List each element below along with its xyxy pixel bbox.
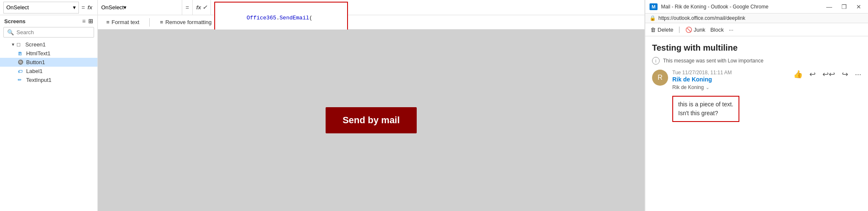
htmltext1-label: HtmlText1 [26, 50, 51, 57]
reply-all-button[interactable]: ↩↩ [822, 70, 835, 79]
junk-icon: 🚫 [685, 27, 692, 33]
screen-icon: □ [17, 41, 25, 48]
onselect-dropdown[interactable]: OnSelect ▾ [98, 0, 182, 15]
chevron-down-icon: ▾ [124, 4, 127, 11]
button1-label: Button1 [26, 59, 45, 65]
recipient-dropdown-icon[interactable]: ⌄ [706, 85, 709, 90]
search-box[interactable]: 🔍 [3, 27, 94, 38]
chevron-down-icon: ▾ [73, 4, 76, 11]
info-icon: i [652, 57, 660, 65]
outlook-toolbar: 🗑 Delete | 🚫 Junk Block ··· [645, 23, 868, 36]
outlook-window: M Mail - Rik de Koning - Outlook - Googl… [644, 0, 868, 211]
window-controls: — ❐ ✕ [824, 3, 864, 11]
send-by-mail-button[interactable]: Send by mail [326, 107, 417, 133]
textinput1-label: TextInput1 [26, 77, 51, 83]
toolbar-sep1: | [679, 26, 680, 33]
delete-label: Delete [658, 27, 674, 33]
screens-header: Screens ≡ ⊞ [0, 15, 97, 27]
screens-icons: ≡ ⊞ [82, 18, 93, 24]
email-body-box: this is a piece of text. Isn't this grea… [672, 96, 739, 122]
screen1-label: Screen1 [25, 41, 46, 48]
toolbar-row: ≡ Format text ≡ Remove formatting [98, 15, 644, 30]
like-button[interactable]: 👍 [793, 70, 803, 79]
search-input[interactable] [16, 29, 90, 35]
expand-icon: ▼ [11, 42, 15, 47]
fx-label: fx ✓ [196, 4, 207, 11]
top-bar: OnSelect ▾ = fx [0, 0, 97, 15]
remove-formatting-label: Remove formatting [165, 19, 212, 25]
tree-item-textinput1[interactable]: ✏ TextInput1 [0, 76, 97, 84]
junk-label: Junk [694, 27, 705, 33]
more-button[interactable]: ··· [729, 27, 733, 33]
email-subject: Testing with multiline [652, 43, 861, 53]
email-body-line2: Isn't this great? [678, 110, 718, 116]
remove-formatting-button[interactable]: ≡ Remove formatting [156, 17, 215, 27]
property-dropdown-label: OnSelect [6, 4, 29, 11]
equals-sign: = [81, 4, 85, 11]
search-icon: 🔍 [7, 29, 14, 35]
button-icon: 🔘 [18, 60, 26, 65]
sender-name-row: Rik de Koning [672, 76, 789, 83]
main-top-bar: OnSelect ▾ = fx ✓ Office365.SendEmail( U… [98, 0, 644, 15]
address-bar: 🔒 https://outlook.office.com/mail/deepli… [645, 14, 868, 23]
list-view-icon[interactable]: ≡ [82, 18, 86, 24]
label-icon: 🏷 [18, 69, 26, 74]
tree-item-button1[interactable]: 🔘 Button1 [0, 58, 97, 67]
block-label: Block [710, 27, 724, 33]
close-button[interactable]: ✕ [854, 3, 864, 11]
outlook-icon: M [650, 3, 658, 10]
reply-button[interactable]: ↩ [809, 70, 816, 79]
email-actions: 👍 ↩ ↩↩ ↪ ··· [793, 70, 861, 79]
url-text: https://outlook.office.com/mail/deeplink [658, 15, 745, 21]
left-panel: OnSelect ▾ = fx Screens ≡ ⊞ 🔍 ▼ □ Screen… [0, 0, 98, 211]
onselect-label: OnSelect [101, 4, 124, 11]
label1-label: Label1 [26, 68, 43, 74]
more-icon: ··· [729, 27, 733, 33]
grid-view-icon[interactable]: ⊞ [88, 18, 93, 24]
remove-formatting-icon: ≡ [160, 19, 163, 25]
screen-tree: ▼ □ Screen1 🖹 HtmlText1 🔘 Button1 🏷 Labe… [0, 40, 97, 84]
importance-text: This message was sent with Low importanc… [663, 58, 763, 64]
fx-icon: fx [87, 4, 92, 11]
textinput-icon: ✏ [18, 77, 26, 83]
forward-button[interactable]: ↪ [842, 70, 848, 79]
tree-item-htmltext1[interactable]: 🖹 HtmlText1 [0, 49, 97, 58]
email-body: this is a piece of text. Isn't this grea… [672, 96, 861, 122]
email-content: Testing with multiline i This message wa… [645, 36, 868, 211]
recipient-row: Rik de Koning ⌄ [672, 83, 789, 91]
restore-button[interactable]: ❐ [839, 3, 849, 11]
tree-item-label1[interactable]: 🏷 Label1 [0, 67, 97, 76]
send-time: Tue 11/27/2018, 11:11 AM [672, 70, 789, 76]
screens-label: Screens [4, 18, 26, 24]
block-button[interactable]: Block [710, 27, 724, 33]
format-text-label: Format text [112, 19, 140, 25]
format-text-button[interactable]: ≡ Format text [103, 17, 143, 27]
toolbar-separator [149, 18, 150, 27]
more-actions-button[interactable]: ··· [855, 70, 861, 79]
main-area: OnSelect ▾ = fx ✓ Office365.SendEmail( U… [98, 0, 644, 211]
canvas-area: Send by mail [98, 30, 644, 211]
lock-icon: 🔒 [650, 15, 656, 21]
email-body-line1: this is a piece of text. [678, 101, 733, 108]
delete-icon: 🗑 [650, 27, 656, 33]
junk-button[interactable]: 🚫 Junk [685, 27, 705, 33]
equals-area: = [182, 0, 193, 15]
avatar: R [652, 70, 668, 86]
sender-name[interactable]: Rik de Koning [672, 76, 712, 83]
sender-info: Tue 11/27/2018, 11:11 AM Rik de Koning R… [672, 70, 789, 91]
htmltext-icon: 🖹 [18, 51, 26, 56]
minimize-button[interactable]: — [824, 3, 835, 11]
format-text-icon: ≡ [106, 19, 110, 25]
email-meta: R Tue 11/27/2018, 11:11 AM Rik de Koning… [652, 70, 861, 91]
equals-symbol: = [186, 4, 189, 11]
delete-button[interactable]: 🗑 Delete [650, 27, 674, 33]
importance-notice: i This message was sent with Low importa… [652, 57, 861, 65]
window-title: Mail - Rik de Koning - Outlook - Google … [661, 4, 824, 10]
tree-item-screen1[interactable]: ▼ □ Screen1 [0, 40, 97, 49]
window-titlebar: M Mail - Rik de Koning - Outlook - Googl… [645, 0, 868, 14]
fx-area: fx ✓ [193, 0, 211, 15]
recipient-label: Rik de Koning [672, 84, 704, 90]
property-dropdown[interactable]: OnSelect ▾ [3, 2, 79, 14]
